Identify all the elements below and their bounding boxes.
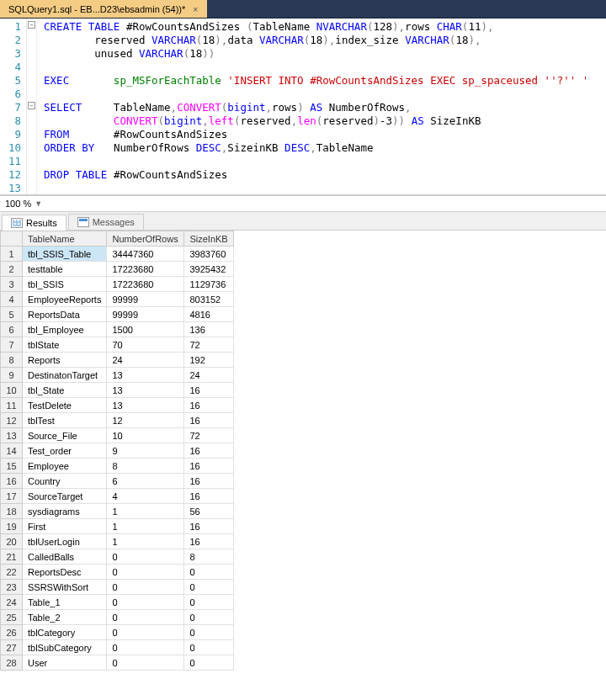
- code-line[interactable]: reserved VARCHAR(18),data VARCHAR(18),in…: [44, 34, 599, 47]
- cell[interactable]: 16: [184, 489, 233, 504]
- cell[interactable]: 803152: [184, 292, 233, 307]
- cell[interactable]: ReportsData: [23, 307, 107, 322]
- cell[interactable]: 72: [184, 428, 233, 443]
- cell[interactable]: TestDelete: [23, 398, 107, 413]
- table-row[interactable]: 17SourceTarget416: [1, 489, 234, 504]
- cell[interactable]: 1: [107, 504, 184, 519]
- cell[interactable]: 16: [184, 383, 233, 398]
- row-number[interactable]: 5: [1, 307, 23, 322]
- cell[interactable]: 6: [107, 474, 184, 489]
- table-row[interactable]: 25Table_200: [1, 610, 234, 625]
- cell[interactable]: 0: [107, 625, 184, 640]
- row-number[interactable]: 3: [1, 277, 23, 292]
- cell[interactable]: testtable: [23, 262, 107, 277]
- chevron-down-icon[interactable]: ▼: [35, 199, 42, 208]
- cell[interactable]: CalledBalls: [23, 549, 107, 565]
- row-header-blank[interactable]: [1, 231, 23, 247]
- cell[interactable]: SSRSWithSort: [23, 580, 107, 595]
- tab-messages[interactable]: Messages: [68, 214, 144, 230]
- cell[interactable]: 24: [107, 353, 184, 368]
- cell[interactable]: 56: [184, 504, 233, 519]
- cell[interactable]: tblTest: [23, 413, 107, 428]
- cell[interactable]: 16: [184, 519, 233, 534]
- row-number[interactable]: 6: [1, 322, 23, 337]
- cell[interactable]: 99999: [107, 292, 184, 307]
- cell[interactable]: 70: [107, 337, 184, 353]
- cell[interactable]: 24: [184, 368, 233, 383]
- tab-results[interactable]: Results: [2, 215, 66, 231]
- cell[interactable]: 1129736: [184, 277, 233, 292]
- cell[interactable]: 4: [107, 489, 184, 504]
- cell[interactable]: 16: [184, 459, 233, 474]
- cell[interactable]: 1: [107, 534, 184, 549]
- row-number[interactable]: 18: [1, 504, 23, 519]
- table-row[interactable]: 2testtable172236803925432: [1, 262, 234, 277]
- code-line[interactable]: SELECT TableName,CONVERT(bigint,rows) AS…: [44, 101, 599, 114]
- row-number[interactable]: 8: [1, 353, 23, 368]
- row-number[interactable]: 16: [1, 474, 23, 489]
- cell[interactable]: Reports: [23, 353, 107, 368]
- cell[interactable]: ReportsDesc: [23, 565, 107, 580]
- cell[interactable]: 3983760: [184, 247, 233, 262]
- table-row[interactable]: 14Test_order916: [1, 443, 234, 459]
- cell[interactable]: 34447360: [107, 247, 184, 262]
- table-row[interactable]: 20tblUserLogin116: [1, 534, 234, 549]
- row-number[interactable]: 10: [1, 383, 23, 398]
- table-row[interactable]: 12tblTest1216: [1, 413, 234, 428]
- cell[interactable]: tblState: [23, 337, 107, 353]
- row-number[interactable]: 27: [1, 640, 23, 655]
- cell[interactable]: 13: [107, 368, 184, 383]
- row-number[interactable]: 12: [1, 413, 23, 428]
- cell[interactable]: 99999: [107, 307, 184, 322]
- cell[interactable]: 0: [184, 595, 233, 610]
- cell[interactable]: 16: [184, 413, 233, 428]
- document-tab[interactable]: SQLQuery1.sql - EB...D23\ebsadmin (54))*…: [0, 0, 207, 18]
- cell[interactable]: 4816: [184, 307, 233, 322]
- cell[interactable]: 8: [184, 549, 233, 565]
- row-number[interactable]: 23: [1, 580, 23, 595]
- table-row[interactable]: 11TestDelete1316: [1, 398, 234, 413]
- cell[interactable]: 13: [107, 398, 184, 413]
- row-number[interactable]: 28: [1, 655, 23, 671]
- cell[interactable]: 136: [184, 322, 233, 337]
- cell[interactable]: tblSubCategory: [23, 640, 107, 655]
- zoom-level[interactable]: 100 %: [5, 199, 31, 209]
- cell[interactable]: EmployeeReports: [23, 292, 107, 307]
- table-row[interactable]: 3tbl_SSIS172236801129736: [1, 277, 234, 292]
- cell[interactable]: 9: [107, 443, 184, 459]
- table-row[interactable]: 9DestinatonTarget1324: [1, 368, 234, 383]
- table-row[interactable]: 26tblCategory00: [1, 625, 234, 640]
- fold-toggle-icon[interactable]: −: [28, 102, 35, 109]
- cell[interactable]: Table_2: [23, 610, 107, 625]
- cell[interactable]: tbl_SSIS: [23, 277, 107, 292]
- row-number[interactable]: 26: [1, 625, 23, 640]
- row-number[interactable]: 19: [1, 519, 23, 534]
- code-line[interactable]: CONVERT(bigint,left(reserved,len(reserve…: [44, 114, 599, 128]
- table-row[interactable]: 5ReportsData999994816: [1, 307, 234, 322]
- cell[interactable]: 16: [184, 443, 233, 459]
- row-number[interactable]: 13: [1, 428, 23, 443]
- cell[interactable]: 0: [184, 640, 233, 655]
- cell[interactable]: 12: [107, 413, 184, 428]
- cell[interactable]: 10: [107, 428, 184, 443]
- cell[interactable]: 0: [107, 595, 184, 610]
- cell[interactable]: 0: [184, 580, 233, 595]
- cell[interactable]: 13: [107, 383, 184, 398]
- table-row[interactable]: 10tbl_State1316: [1, 383, 234, 398]
- cell[interactable]: Table_1: [23, 595, 107, 610]
- table-row[interactable]: 15Employee816: [1, 459, 234, 474]
- cell[interactable]: 0: [107, 640, 184, 655]
- cell[interactable]: Test_order: [23, 443, 107, 459]
- row-number[interactable]: 22: [1, 565, 23, 580]
- row-number[interactable]: 17: [1, 489, 23, 504]
- cell[interactable]: DestinatonTarget: [23, 368, 107, 383]
- cell[interactable]: 0: [107, 580, 184, 595]
- cell[interactable]: 17223680: [107, 262, 184, 277]
- row-number[interactable]: 4: [1, 292, 23, 307]
- column-header[interactable]: TableName: [23, 231, 107, 247]
- cell[interactable]: 72: [184, 337, 233, 353]
- table-row[interactable]: 28User00: [1, 655, 234, 671]
- close-icon[interactable]: ×: [190, 4, 200, 14]
- row-number[interactable]: 21: [1, 549, 23, 565]
- code-line[interactable]: [44, 182, 599, 194]
